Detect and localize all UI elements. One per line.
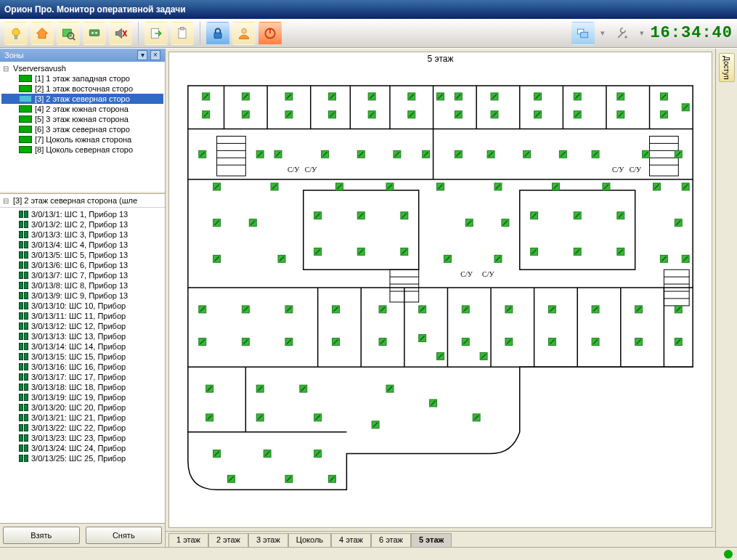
detail-root-node[interactable]: [3] 2 этаж северная сторона (шле: [3, 195, 162, 206]
device-icon: [19, 333, 28, 340]
device-item[interactable]: 3/0/13/22: ШС 22, Прибор: [1, 423, 163, 433]
device-label: 3/0/13/22: ШС 22, Прибор: [31, 423, 126, 432]
access-button[interactable]: Доступ: [719, 53, 735, 82]
floor-tab[interactable]: 6 этаж: [371, 533, 411, 547]
device-item[interactable]: 3/0/13/15: ШС 15, Прибор: [1, 352, 163, 362]
device-icon: [19, 312, 28, 320]
tree-zone-item[interactable]: [3] 2 этаж северная сторо: [1, 94, 163, 104]
zone-label: [7] Цоколь южная сторона: [35, 135, 131, 144]
zone-tree[interactable]: Vserversavush [1] 1 этаж западная сторо[…: [0, 62, 165, 191]
export-icon[interactable]: [144, 22, 168, 45]
svg-text:С/У: С/У: [482, 270, 494, 278]
device-icon: [19, 424, 28, 431]
take-button[interactable]: Взять: [3, 527, 80, 544]
tree-zone-item[interactable]: [1] 1 этаж западная сторо: [1, 73, 163, 84]
lock-icon[interactable]: [206, 22, 229, 45]
device-item[interactable]: 3/0/13/13: ШС 13, Прибор: [1, 331, 163, 341]
device-item[interactable]: 3/0/13/7: ШС 7, Прибор 13: [1, 270, 163, 280]
device-item[interactable]: 3/0/13/6: ШС 6, Прибор 13: [1, 260, 163, 270]
device-item[interactable]: 3/0/13/21: ШС 21, Прибор: [1, 413, 163, 423]
panel-down-icon[interactable]: ▾: [137, 50, 147, 60]
device-item[interactable]: 3/0/13/16: ШС 16, Прибор: [1, 362, 163, 372]
tree-zone-item[interactable]: [2] 1 этаж восточная сторо: [1, 84, 163, 94]
device-item[interactable]: 3/0/13/12: ШС 12, Прибор: [1, 321, 163, 331]
tree-zone-item[interactable]: [4] 2 этаж южная сторона: [1, 104, 163, 114]
device-item[interactable]: 3/0/13/14: ШС 14, Прибор: [1, 341, 163, 352]
device-icon: [19, 445, 28, 452]
device-icon: [19, 251, 28, 259]
floor-plan[interactable]: 5 этаж: [168, 52, 712, 528]
floor-tab[interactable]: 1 этаж: [168, 533, 208, 547]
device-item[interactable]: 3/0/13/11: ШС 11, Прибор: [1, 311, 163, 321]
device-label: 3/0/13/4: ШС 4, Прибор 13: [31, 240, 128, 249]
device-item[interactable]: 3/0/13/18: ШС 18, Прибор: [1, 382, 163, 392]
zones-panel-title: Зоны: [4, 51, 24, 60]
device-label: 3/0/13/7: ШС 7, Прибор 13: [31, 271, 128, 280]
sound-off-icon[interactable]: [109, 22, 132, 45]
tools-icon[interactable]: [611, 22, 634, 45]
device-item[interactable]: 3/0/13/23: ШС 23, Прибор: [1, 433, 163, 443]
device-label: 3/0/13/20: ШС 20, Прибор: [31, 403, 126, 412]
tree-zone-item[interactable]: [5] 3 этаж южная сторона: [1, 114, 163, 124]
device-icon: [19, 384, 28, 391]
tree-zone-item[interactable]: [7] Цоколь южная сторона: [1, 134, 163, 145]
chevron-down-icon[interactable]: ▾: [640, 28, 644, 38]
device-item[interactable]: 3/0/13/2: ШС 2, Прибор 13: [1, 219, 163, 230]
panel-close-icon[interactable]: ×: [150, 50, 160, 60]
chevron-down-icon[interactable]: ▾: [600, 28, 605, 38]
floor-tab[interactable]: 5 этаж: [411, 533, 452, 547]
floor-tab[interactable]: 4 этаж: [331, 533, 371, 547]
device-item[interactable]: 3/0/13/19: ШС 19, Прибор: [1, 392, 163, 402]
device-item[interactable]: 3/0/13/9: ШС 9, Прибор 13: [1, 291, 163, 301]
device-label: 3/0/13/10: ШС 10, Прибор: [31, 301, 126, 310]
floor-tab[interactable]: 3 этаж: [248, 533, 288, 547]
device-icon: [19, 272, 28, 279]
device-label: 3/0/13/24: ШС 24, Прибор: [31, 444, 126, 453]
device-item[interactable]: 3/0/13/17: ШС 17, Прибор: [1, 372, 163, 382]
user-icon[interactable]: [232, 22, 256, 45]
device-icon: [19, 302, 28, 309]
device-item[interactable]: 3/0/13/1: ШС 1, Прибор 13: [1, 209, 163, 219]
bulb-icon[interactable]: [4, 22, 28, 45]
toolbar-separator: [200, 22, 200, 45]
remove-button[interactable]: Снять: [86, 527, 163, 544]
device-icon: [19, 322, 28, 330]
device-icon: [19, 373, 28, 381]
floor-tabs: 1 этаж2 этаж3 этажЦоколь4 этаж6 этаж5 эт…: [166, 531, 715, 547]
device-item[interactable]: 3/0/13/8: ШС 8, Прибор 13: [1, 280, 163, 291]
tree-root-label: Vserversavush: [13, 64, 66, 73]
home-icon[interactable]: [30, 22, 54, 45]
tree-root-node[interactable]: Vserversavush: [1, 63, 163, 73]
detail-root-label: [3] 2 этаж северная сторона (шле: [13, 196, 137, 205]
windows-icon[interactable]: [571, 22, 595, 45]
device-item[interactable]: 3/0/13/25: ШС 25, Прибор: [1, 453, 163, 463]
svg-text:С/У: С/У: [630, 166, 642, 174]
device-list[interactable]: 3/0/13/1: ШС 1, Прибор 133/0/13/2: ШС 2,…: [0, 208, 165, 523]
device-item[interactable]: 3/0/13/20: ШС 20, Прибор: [1, 402, 163, 413]
zone-label: [8] Цоколь северная сторо: [35, 145, 133, 154]
device-item[interactable]: 3/0/13/10: ШС 10, Прибор: [1, 301, 163, 311]
power-icon[interactable]: [258, 22, 282, 45]
room-labels: С/УС/У С/УС/У С/УС/У: [288, 166, 642, 278]
device-item[interactable]: 3/0/13/4: ШС 4, Прибор 13: [1, 240, 163, 250]
device-item[interactable]: 3/0/13/3: ШС 3, Прибор 13: [1, 230, 163, 240]
zoom-plan-icon[interactable]: [57, 22, 80, 45]
svg-point-16: [242, 28, 247, 33]
plan-title: 5 этаж: [169, 52, 712, 65]
device-item[interactable]: 3/0/13/24: ШС 24, Прибор: [1, 443, 163, 453]
clipboard-icon[interactable]: [171, 22, 194, 45]
svg-point-8: [95, 31, 97, 33]
tree-zone-item[interactable]: [8] Цоколь северная сторо: [1, 145, 163, 155]
zone-label: [5] 3 этаж южная сторона: [35, 115, 129, 123]
floor-tab[interactable]: Цоколь: [288, 533, 331, 547]
floor-tab[interactable]: 2 этаж: [208, 533, 248, 547]
zone-label: [2] 1 этаж восточная сторо: [35, 84, 133, 93]
device-label: 3/0/13/6: ШС 6, Прибор 13: [31, 261, 128, 269]
sidebar: Зоны ▾ × Vserversavush [1] 1 этаж западн…: [0, 49, 166, 547]
tree-zone-item[interactable]: [6] 3 этаж северная сторо: [1, 124, 163, 134]
device-item[interactable]: 3/0/13/5: ШС 5, Прибор 13: [1, 250, 163, 260]
device-icon[interactable]: [83, 22, 106, 45]
device-label: 3/0/13/12: ШС 12, Прибор: [31, 322, 126, 330]
device-label: 3/0/13/14: ШС 14, Прибор: [31, 342, 126, 351]
zone-label: [4] 2 этаж южная сторона: [35, 105, 129, 113]
